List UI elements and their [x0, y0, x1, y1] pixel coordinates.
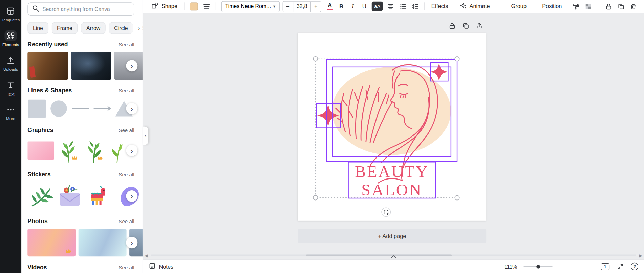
rail-label: Text: [7, 92, 15, 96]
handle-top-right[interactable]: [455, 57, 459, 61]
sparkle-star-top[interactable]: [430, 63, 448, 81]
transparency-icon[interactable]: [582, 1, 594, 12]
shape-circle[interactable]: [49, 98, 68, 119]
shape-line[interactable]: [71, 98, 90, 119]
photo-blue-gradient[interactable]: [79, 229, 127, 257]
logo-text-line1[interactable]: BEAUTY: [355, 163, 429, 181]
recent-thumb-dark-photo[interactable]: [71, 52, 111, 80]
duplicate-icon[interactable]: [461, 21, 471, 31]
chevron-right-icon[interactable]: ›: [126, 103, 137, 114]
sidebar-item-elements[interactable]: Elements: [0, 26, 21, 51]
canvas-workspace[interactable]: BEAUTY SALON: [143, 13, 644, 259]
underline-button[interactable]: U: [359, 1, 370, 12]
see-all-lines-shapes[interactable]: See all: [119, 88, 134, 94]
chevron-right-icon[interactable]: ›: [126, 60, 137, 71]
help-icon[interactable]: ?: [631, 263, 638, 270]
font-size-decrease-button[interactable]: –: [283, 1, 293, 11]
chevron-right-icon[interactable]: ›: [126, 237, 137, 248]
font-size-increase-button[interactable]: +: [311, 1, 321, 11]
fill-color-swatch[interactable]: [190, 2, 198, 10]
graphic-green-plant[interactable]: [83, 137, 105, 164]
share-icon[interactable]: [474, 21, 484, 31]
section-title-stickers: Stickers: [27, 171, 50, 177]
page-indicator[interactable]: 1: [601, 263, 609, 270]
search-input[interactable]: [42, 6, 130, 12]
sidebar-item-more[interactable]: More: [0, 100, 21, 125]
chip-arrow[interactable]: Arrow: [81, 22, 106, 34]
graphic-green-plant[interactable]: [57, 137, 80, 164]
text-align-icon[interactable]: [385, 1, 396, 12]
text-case-button[interactable]: aA: [372, 2, 383, 11]
group-button[interactable]: Group: [508, 1, 530, 12]
text-color-bar: [327, 9, 333, 10]
animate-button[interactable]: Animate: [456, 1, 493, 12]
sticker-leaf-branch[interactable]: [27, 182, 54, 211]
scroll-left-icon[interactable]: ◀: [144, 253, 149, 257]
pro-crown-badge: [65, 248, 71, 255]
sidebar-item-uploads[interactable]: Uploads: [0, 51, 21, 76]
sticker-pinata[interactable]: [86, 182, 112, 211]
graphic-pink-gradient[interactable]: [27, 137, 54, 164]
border-style-icon[interactable]: [201, 1, 212, 12]
handle-top-left[interactable]: [313, 57, 318, 61]
lock-icon[interactable]: [447, 21, 457, 31]
see-all-graphics[interactable]: See all: [119, 127, 134, 133]
rail-label: Uploads: [3, 67, 18, 71]
bold-button[interactable]: B: [336, 1, 347, 12]
see-all-photos[interactable]: See all: [119, 219, 134, 225]
chevron-right-icon[interactable]: ›: [126, 190, 137, 202]
see-all-recently-used[interactable]: See all: [119, 42, 134, 48]
chips-scroll-arrow[interactable]: ›: [129, 22, 143, 34]
add-page-button[interactable]: + Add page: [298, 229, 486, 243]
shape-arrow[interactable]: [93, 98, 112, 119]
italic-button[interactable]: I: [347, 1, 358, 12]
logo-text-line2[interactable]: SALON: [361, 181, 422, 199]
logo-text[interactable]: BEAUTY SALON: [355, 163, 429, 198]
handle-bottom-right[interactable]: [455, 195, 459, 200]
zoom-slider-knob[interactable]: [536, 265, 540, 268]
shape-button[interactable]: Shape: [148, 1, 181, 12]
rail-label: Elements: [2, 42, 19, 47]
notes-icon: [149, 262, 156, 270]
letter-spacing-icon[interactable]: [409, 1, 421, 12]
elements-icon: [4, 30, 17, 41]
sticker-envelope-flowers[interactable]: [57, 182, 83, 211]
copy-style-icon[interactable]: [570, 1, 582, 12]
elements-panel: Line Frame Arrow Circle Square › Recentl…: [21, 0, 143, 273]
design-canvas[interactable]: BEAUTY SALON: [298, 33, 486, 221]
font-family-select[interactable]: Times Neue Rom...▼: [221, 1, 280, 12]
lock-icon[interactable]: [603, 1, 615, 12]
delete-icon[interactable]: [627, 1, 639, 12]
chevron-right-icon[interactable]: ›: [126, 145, 137, 156]
rotate-handle[interactable]: [382, 208, 391, 217]
photo-pink-gradient[interactable]: [27, 229, 76, 257]
zoom-level: 111%: [504, 263, 517, 269]
position-button[interactable]: Position: [539, 1, 565, 12]
sparkle-icon: [459, 2, 467, 10]
notes-button[interactable]: Notes: [149, 262, 173, 270]
see-all-stickers[interactable]: See all: [119, 172, 134, 177]
font-size-value[interactable]: 32,8: [293, 1, 311, 11]
bullet-list-icon[interactable]: [397, 1, 409, 12]
text-icon: [4, 80, 17, 90]
scrollbar-thumb[interactable]: [306, 254, 452, 256]
sidebar-item-text[interactable]: Text: [0, 76, 21, 100]
scroll-right-icon[interactable]: ▶: [638, 253, 643, 257]
fullscreen-icon[interactable]: [615, 261, 625, 271]
collapse-statusbar-button[interactable]: [385, 254, 402, 259]
handle-bottom-left[interactable]: [313, 195, 318, 200]
sidebar-item-templates[interactable]: Templates: [0, 2, 21, 26]
effects-button[interactable]: Effects: [428, 1, 451, 12]
recent-thumb-incense-photo[interactable]: [27, 52, 68, 80]
chip-line[interactable]: Line: [27, 22, 48, 34]
see-all-videos[interactable]: See all: [119, 265, 134, 271]
text-color-button[interactable]: A: [324, 1, 335, 12]
editor-toolbar: Shape Times Neue Rom...▼ – 32,8 + A B I …: [143, 0, 644, 13]
chip-frame[interactable]: Frame: [51, 22, 78, 34]
shape-square[interactable]: [27, 98, 46, 119]
zoom-slider[interactable]: [524, 264, 553, 269]
graphics-row: ›: [21, 137, 143, 164]
search-bar[interactable]: [27, 2, 134, 16]
duplicate-icon[interactable]: [615, 1, 627, 12]
panel-collapse-button[interactable]: ‹: [143, 127, 148, 145]
